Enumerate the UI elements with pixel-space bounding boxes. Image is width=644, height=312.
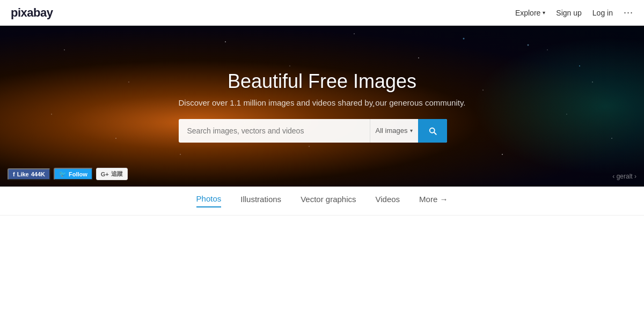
twitter-follow-label: Follow <box>69 171 87 177</box>
hero-content: Beautiful Free Images Discover over 1.1 … <box>179 70 466 143</box>
tab-photos[interactable]: Photos <box>196 194 222 207</box>
attribution-arrow-right: › <box>634 173 636 180</box>
facebook-like-button[interactable]: f Like 444K <box>8 168 50 180</box>
search-button[interactable] <box>418 119 447 143</box>
tab-more[interactable]: More → <box>419 195 448 207</box>
facebook-like-label: Like <box>17 171 29 177</box>
tab-illustrations[interactable]: Illustrations <box>240 195 281 207</box>
hero-subtitle: Discover over 1.1 million images and vid… <box>179 98 466 107</box>
login-link[interactable]: Log in <box>592 9 613 17</box>
social-bar: f Like 444K 🐦 Follow G+ 追蹤 <box>8 168 128 180</box>
site-logo[interactable]: pixabay <box>11 6 53 20</box>
hero-section: Beautiful Free Images Discover over 1.1 … <box>0 26 644 187</box>
tab-vector-graphics[interactable]: Vector graphics <box>301 195 356 207</box>
hero-title: Beautiful Free Images <box>179 70 466 93</box>
twitter-follow-button[interactable]: 🐦 Follow <box>54 168 93 180</box>
attribution-author[interactable]: geralt <box>617 173 633 180</box>
hero-attribution: ‹ geralt › <box>612 173 636 180</box>
navbar-right: Explore Sign up Log in ··· <box>515 7 633 18</box>
search-type-dropdown[interactable]: All images <box>370 119 418 143</box>
google-follow-label: 追蹤 <box>111 170 123 178</box>
facebook-count: 444K <box>31 171 45 177</box>
search-bar: All images <box>179 119 447 143</box>
explore-link[interactable]: Explore <box>515 9 545 17</box>
facebook-icon: f <box>13 171 15 177</box>
google-icon: G+ <box>101 171 109 177</box>
attribution-arrow: ‹ <box>612 173 616 180</box>
tab-videos[interactable]: Videos <box>376 195 400 207</box>
more-menu-button[interactable]: ··· <box>624 7 633 18</box>
search-input[interactable] <box>179 120 370 142</box>
google-follow-button[interactable]: G+ 追蹤 <box>96 168 128 180</box>
search-icon <box>428 126 437 136</box>
twitter-icon: 🐦 <box>59 170 67 177</box>
signup-link[interactable]: Sign up <box>556 9 581 17</box>
navbar: pixabay Explore Sign up Log in ··· <box>0 0 644 26</box>
tabs-bar: Photos Illustrations Vector graphics Vid… <box>0 187 644 216</box>
